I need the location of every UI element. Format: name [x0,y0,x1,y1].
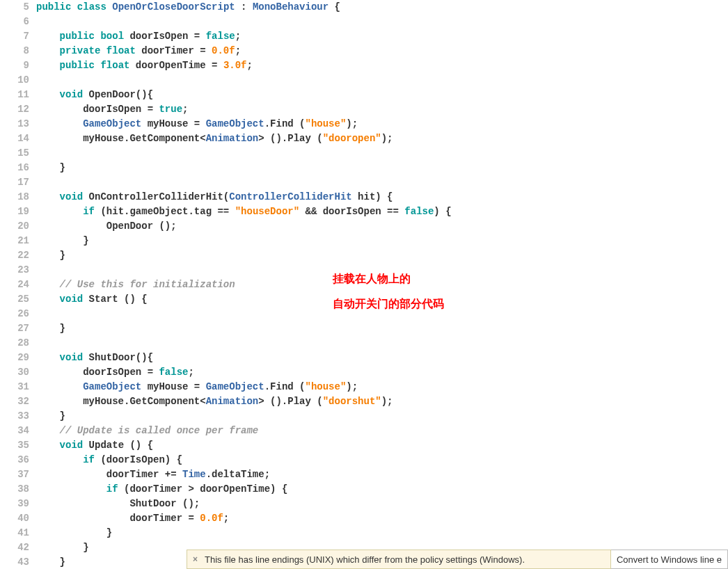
code-line[interactable]: void OnControllerColliderHit(ControllerC… [36,190,452,205]
line-number: 28 [0,336,29,351]
line-number: 35 [0,438,29,453]
code-line[interactable]: } [36,161,452,175]
line-number: 34 [0,424,29,438]
code-line[interactable]: void Update () { [36,438,452,453]
convert-line-endings-button[interactable]: Convert to Windows line e [611,550,728,569]
annotation-overlay: 挂载在人物上的 自动开关门的部分代码 [333,271,444,322]
code-line[interactable] [36,146,452,161]
code-line[interactable]: GameObject myHouse = GameObject.Find ("h… [36,117,452,131]
line-number: 11 [0,88,29,102]
line-number: 33 [0,409,29,424]
line-number: 39 [0,497,29,511]
line-number: 16 [0,161,29,175]
line-number: 29 [0,351,29,365]
line-number: 8 [0,44,29,58]
code-line[interactable]: // Update is called once per frame [36,424,452,438]
line-number: 19 [0,205,29,219]
line-number: 41 [0,526,29,540]
code-line[interactable] [36,336,452,351]
code-line[interactable]: doorIsOpen = true; [36,102,452,117]
code-line[interactable]: doorTimer = 0.0f; [36,511,452,526]
code-line[interactable]: } [36,526,452,540]
code-line[interactable]: myHouse.GetComponent<Animation> ().Play … [36,131,452,146]
line-number: 30 [0,365,29,380]
line-number: 32 [0,394,29,409]
convert-button-label: Convert to Windows line e [617,554,722,565]
code-line[interactable] [36,15,452,29]
line-number-gutter: 5678910111213141516171819202122232425262… [0,0,36,569]
line-number: 9 [0,58,29,73]
line-number: 6 [0,15,29,29]
line-number: 20 [0,219,29,234]
line-number: 13 [0,117,29,131]
code-line[interactable]: doorIsOpen = false; [36,365,452,380]
code-line[interactable]: } [36,248,452,263]
line-number: 14 [0,131,29,146]
line-number: 40 [0,511,29,526]
status-message-text: This file has line endings (UNIX) which … [205,554,525,565]
code-line[interactable]: OpenDoor (); [36,219,452,234]
line-number: 26 [0,307,29,321]
code-line[interactable] [36,73,452,88]
code-line[interactable]: void OpenDoor(){ [36,88,452,102]
line-number: 42 [0,540,29,555]
line-number: 23 [0,263,29,278]
code-line[interactable]: if (doorTimer > doorOpenTime) { [36,482,452,497]
line-number: 15 [0,146,29,161]
code-line[interactable] [36,175,452,190]
line-number: 12 [0,102,29,117]
status-message-panel: × This file has line endings (UNIX) whic… [187,550,611,569]
code-line[interactable]: } [36,321,452,336]
line-number: 10 [0,73,29,88]
line-number: 31 [0,380,29,394]
line-number: 21 [0,234,29,248]
line-number: 5 [0,0,29,15]
code-line[interactable]: doorTimer += Time.deltaTime; [36,467,452,482]
code-line[interactable]: GameObject myHouse = GameObject.Find ("h… [36,380,452,394]
line-number: 27 [0,321,29,336]
line-number: 25 [0,292,29,307]
annotation-line-2: 自动开关门的部分代码 [333,296,444,312]
line-number: 36 [0,453,29,467]
status-bar: × This file has line endings (UNIX) whic… [187,550,728,569]
code-line[interactable]: public float doorOpenTime = 3.0f; [36,58,452,73]
code-line[interactable]: if (doorIsOpen) { [36,453,452,467]
code-line[interactable]: ShutDoor (); [36,497,452,511]
code-line[interactable]: } [36,234,452,248]
code-line[interactable]: if (hit.gameObject.tag == "houseDoor" &&… [36,205,452,219]
line-number: 7 [0,29,29,44]
annotation-line-1: 挂载在人物上的 [333,271,444,287]
code-line[interactable]: } [36,409,452,424]
line-number: 22 [0,248,29,263]
close-icon[interactable]: × [193,554,198,564]
line-number: 37 [0,467,29,482]
code-line[interactable]: private float doorTimer = 0.0f; [36,44,452,58]
line-number: 24 [0,278,29,292]
line-number: 43 [0,555,29,569]
line-number: 18 [0,190,29,205]
line-number: 38 [0,482,29,497]
code-line[interactable]: public bool doorIsOpen = false; [36,29,452,44]
line-number: 17 [0,175,29,190]
code-line[interactable]: public class OpenOrCloseDoorScript : Mon… [36,0,452,15]
code-line[interactable]: void ShutDoor(){ [36,351,452,365]
code-line[interactable]: myHouse.GetComponent<Animation> ().Play … [36,394,452,409]
